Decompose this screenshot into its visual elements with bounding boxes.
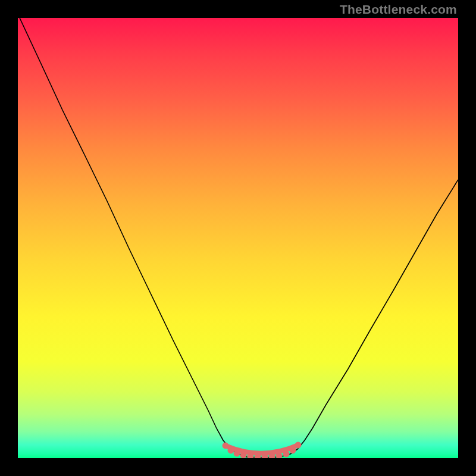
optimal-region bbox=[223, 442, 301, 458]
curve-svg bbox=[18, 18, 458, 458]
chart-frame: TheBottleneck.com bbox=[0, 0, 476, 476]
plot-area bbox=[18, 18, 458, 458]
watermark-text: TheBottleneck.com bbox=[340, 2, 457, 17]
bottleneck-curve bbox=[20, 18, 458, 458]
